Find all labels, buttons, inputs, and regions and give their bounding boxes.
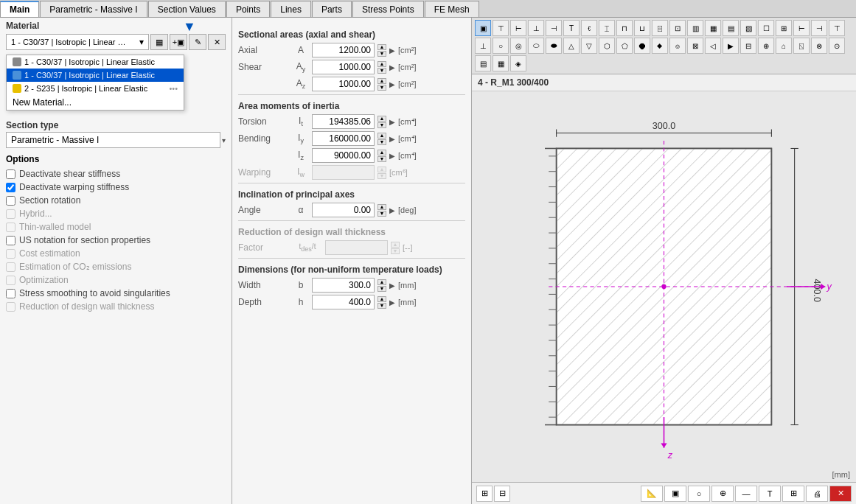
shape-btn-10[interactable]: ⊔ xyxy=(634,20,650,36)
shape-btn-17[interactable]: ☐ xyxy=(758,20,774,36)
shear-ay-down[interactable]: ▼ xyxy=(377,68,386,74)
shear-az-down[interactable]: ▼ xyxy=(377,85,386,91)
bottom-table-btn[interactable]: ⊞ xyxy=(782,486,804,502)
depth-down[interactable]: ▼ xyxy=(377,303,386,309)
torsion-arrow[interactable]: ▶ xyxy=(389,118,395,126)
shear-az-arrow[interactable]: ▶ xyxy=(389,80,395,88)
bottom-text-btn[interactable]: T xyxy=(759,486,781,502)
section-type-select[interactable]: Parametric - Massive I xyxy=(6,132,220,148)
width-arrow[interactable]: ▶ xyxy=(389,281,395,290)
shape-btn-38[interactable]: ⊕ xyxy=(758,38,774,54)
shape-btn-29[interactable]: ⬡ xyxy=(599,38,615,54)
bottom-rect-btn[interactable]: ▣ xyxy=(664,486,686,502)
section-rotation-checkbox[interactable] xyxy=(6,196,15,206)
shape-btn-44[interactable]: ▦ xyxy=(493,55,509,71)
width-down[interactable]: ▼ xyxy=(377,286,386,292)
shape-btn-36[interactable]: ▶ xyxy=(723,38,739,54)
axial-input[interactable] xyxy=(312,43,375,57)
shape-btn-18[interactable]: ⊞ xyxy=(776,20,792,36)
material-delete-btn[interactable]: ✕ xyxy=(208,34,226,50)
angle-input[interactable] xyxy=(312,203,375,217)
shape-btn-16[interactable]: ▧ xyxy=(740,20,756,36)
bending-iy-input[interactable] xyxy=(312,131,375,146)
tab-points[interactable]: Points xyxy=(226,1,270,17)
tab-section-values[interactable]: Section Values xyxy=(148,1,226,17)
bending-iz-input[interactable] xyxy=(312,148,375,163)
shape-btn-22[interactable]: ⊥ xyxy=(475,38,491,54)
torsion-up[interactable]: ▲ xyxy=(377,116,386,122)
width-up[interactable]: ▲ xyxy=(377,279,386,285)
depth-up[interactable]: ▲ xyxy=(377,296,386,302)
bottom-view-btn-2[interactable]: ⊟ xyxy=(494,486,510,502)
shape-btn-12[interactable]: ⊡ xyxy=(669,20,686,36)
bottom-view-btn-1[interactable]: ⊞ xyxy=(476,486,493,502)
shape-btn-9[interactable]: ⊓ xyxy=(616,20,633,36)
shape-btn-39[interactable]: ⌂ xyxy=(776,38,792,54)
shape-btn-28[interactable]: ▽ xyxy=(581,38,597,54)
shape-btn-8[interactable]: ⌶ xyxy=(599,20,615,36)
tab-stress-points[interactable]: Stress Points xyxy=(352,1,424,17)
bending-iy-arrow[interactable]: ▶ xyxy=(389,135,395,143)
shape-btn-6[interactable]: T xyxy=(563,20,580,36)
shape-btn-37[interactable]: ⊟ xyxy=(740,38,756,54)
shear-ay-arrow[interactable]: ▶ xyxy=(389,63,395,71)
shape-btn-42[interactable]: ⊙ xyxy=(829,38,845,54)
material-edit-btn[interactable]: ✎ xyxy=(189,34,206,50)
shear-ay-up[interactable]: ▲ xyxy=(377,61,386,67)
shear-az-input[interactable] xyxy=(312,77,375,91)
shape-btn-25[interactable]: ⬭ xyxy=(528,38,544,54)
bottom-axes-btn[interactable]: ⊕ xyxy=(711,486,734,502)
angle-up[interactable]: ▲ xyxy=(377,204,386,210)
width-input[interactable] xyxy=(312,278,375,293)
shape-btn-33[interactable]: ⌾ xyxy=(669,38,686,54)
bending-iz-arrow[interactable]: ▶ xyxy=(389,152,395,160)
shape-btn-35[interactable]: ◁ xyxy=(705,38,721,54)
bottom-print-btn[interactable]: 🖨 xyxy=(806,486,828,502)
shape-btn-24[interactable]: ◎ xyxy=(510,38,526,54)
material-new-option[interactable]: New Material... xyxy=(7,95,184,110)
bending-iz-up[interactable]: ▲ xyxy=(377,150,386,155)
shape-btn-2[interactable]: ⊤ xyxy=(493,20,509,36)
tab-fe-mesh[interactable]: FE Mesh xyxy=(425,1,479,17)
material-option-1[interactable]: 1 - C30/37 | Isotropic | Linear Elastic xyxy=(7,55,184,69)
material-table-btn[interactable]: ▦ xyxy=(150,34,168,50)
bottom-line-btn[interactable]: — xyxy=(735,486,757,502)
shape-btn-30[interactable]: ⬠ xyxy=(616,38,633,54)
deactivate-shear-checkbox[interactable] xyxy=(6,169,15,179)
shape-btn-20[interactable]: ⊣ xyxy=(811,20,827,36)
deactivate-warping-checkbox[interactable] xyxy=(6,183,15,192)
torsion-down[interactable]: ▼ xyxy=(377,122,386,128)
axial-down[interactable]: ▼ xyxy=(377,51,386,57)
depth-input[interactable] xyxy=(312,295,375,309)
bottom-circle-btn[interactable]: ○ xyxy=(688,486,710,502)
bending-iy-down[interactable]: ▼ xyxy=(377,139,386,145)
shape-rect-btn[interactable]: ▣ xyxy=(475,20,491,36)
axial-arrow[interactable]: ▶ xyxy=(389,46,395,55)
shear-az-up[interactable]: ▲ xyxy=(377,78,386,84)
material-option-1-selected[interactable]: 1 - C30/37 | Isotropic | Linear Elastic xyxy=(7,69,184,82)
angle-arrow[interactable]: ▶ xyxy=(389,206,395,214)
shape-btn-4[interactable]: ⊥ xyxy=(528,20,544,36)
shape-btn-23[interactable]: ○ xyxy=(493,38,509,54)
shear-ay-input[interactable] xyxy=(312,60,375,74)
shape-btn-26[interactable]: ⬬ xyxy=(546,38,562,54)
bottom-close-btn[interactable]: ✕ xyxy=(829,486,852,502)
bottom-measure-btn[interactable]: 📐 xyxy=(641,486,663,502)
shape-btn-15[interactable]: ▤ xyxy=(723,20,739,36)
depth-arrow[interactable]: ▶ xyxy=(389,298,395,307)
shape-btn-27[interactable]: △ xyxy=(563,38,580,54)
material-option-2[interactable]: 2 - S235 | Isotropic | Linear Elastic ••… xyxy=(7,82,184,95)
shape-btn-19[interactable]: ⊢ xyxy=(793,20,810,36)
shape-btn-5[interactable]: ⊣ xyxy=(546,20,562,36)
shape-btn-11[interactable]: ⌻ xyxy=(652,20,668,36)
tab-parts[interactable]: Parts xyxy=(312,1,352,17)
shape-btn-34[interactable]: ⊠ xyxy=(687,38,703,54)
shape-btn-13[interactable]: ▥ xyxy=(687,20,703,36)
shape-btn-40[interactable]: ⍂ xyxy=(793,38,810,54)
shape-btn-32[interactable]: ⯁ xyxy=(652,38,668,54)
bending-iz-down[interactable]: ▼ xyxy=(377,156,386,162)
axial-up[interactable]: ▲ xyxy=(377,44,386,50)
shape-btn-45[interactable]: ◈ xyxy=(510,55,526,71)
tab-lines[interactable]: Lines xyxy=(271,1,311,17)
us-notation-checkbox[interactable] xyxy=(6,236,15,245)
